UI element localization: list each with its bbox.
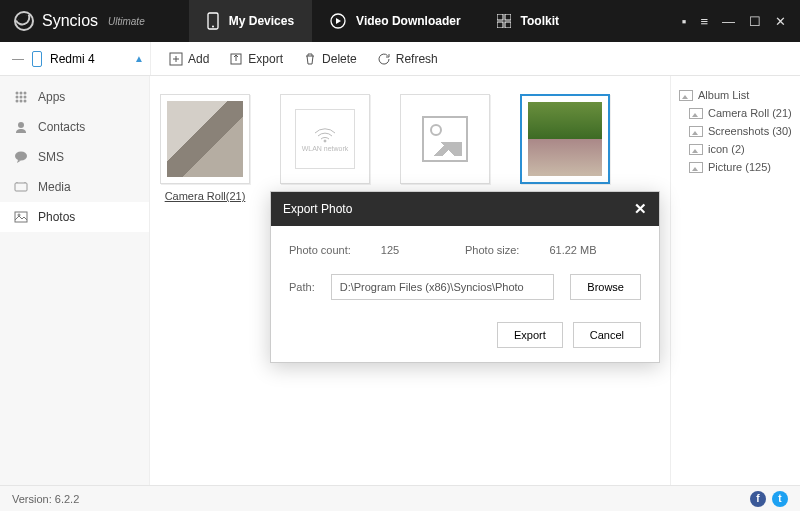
tab-toolkit[interactable]: Toolkit xyxy=(479,0,577,42)
svg-rect-20 xyxy=(15,183,27,191)
photo-size-label: Photo size: xyxy=(465,244,519,256)
svg-point-14 xyxy=(24,96,27,99)
sms-icon xyxy=(14,150,28,164)
path-input[interactable] xyxy=(331,274,555,300)
svg-point-17 xyxy=(24,100,27,103)
folder-icon xyxy=(679,90,693,101)
sidebar-label: Media xyxy=(38,180,71,194)
album-list-item[interactable]: Screenshots (30) xyxy=(687,122,794,140)
device-selector[interactable]: — Redmi 4 ▲ xyxy=(12,51,150,67)
dialog-title-bar[interactable]: Export Photo ✕ xyxy=(271,192,659,226)
cancel-button[interactable]: Cancel xyxy=(573,322,641,348)
window-controls: ▪ ≡ — ☐ ✕ xyxy=(682,14,800,29)
photo-size-value: 61.22 MB xyxy=(549,244,596,256)
album-list-item[interactable]: Picture (125) xyxy=(687,158,794,176)
album-label: Camera Roll(21) xyxy=(165,190,246,202)
dialog-title: Export Photo xyxy=(283,202,352,216)
album-thumbnail xyxy=(160,94,250,184)
album-camera-roll[interactable]: Camera Roll(21) xyxy=(160,94,250,202)
toolbar-label: Refresh xyxy=(396,52,438,66)
album-list-pane: Album List Camera Roll (21) Screenshots … xyxy=(670,76,800,485)
image-icon xyxy=(689,126,703,137)
message-icon[interactable]: ▪ xyxy=(682,14,687,29)
image-icon xyxy=(689,144,703,155)
sidebar-item-sms[interactable]: SMS xyxy=(0,142,149,172)
svg-point-13 xyxy=(20,96,23,99)
app-edition: Ultimate xyxy=(108,16,145,27)
sidebar-label: Contacts xyxy=(38,120,85,134)
export-button[interactable]: Export xyxy=(221,48,291,70)
album-list-item[interactable]: icon (2) xyxy=(687,140,794,158)
photo-count-label: Photo count: xyxy=(289,244,351,256)
apps-icon xyxy=(14,90,28,104)
album-list-item[interactable]: Camera Roll (21) xyxy=(687,104,794,122)
svg-rect-5 xyxy=(497,22,503,28)
device-bar: — Redmi 4 ▲ Add Export Delete Refresh xyxy=(0,42,800,76)
dialog-body: Photo count:125 Photo size:61.22 MB Path… xyxy=(271,226,659,362)
play-icon xyxy=(330,13,346,29)
svg-rect-6 xyxy=(505,22,511,28)
minimize-icon[interactable]: — xyxy=(722,14,735,29)
app-logo-area: Syncios Ultimate xyxy=(0,11,159,31)
toolbar-label: Add xyxy=(188,52,209,66)
album-thumbnail xyxy=(400,94,490,184)
browse-button[interactable]: Browse xyxy=(570,274,641,300)
device-phone-icon xyxy=(32,51,42,67)
image-icon xyxy=(689,162,703,173)
phone-icon xyxy=(207,12,219,30)
refresh-button[interactable]: Refresh xyxy=(369,48,446,70)
main-area: Apps Contacts SMS Media Photos Camera Ro… xyxy=(0,76,800,485)
svg-point-18 xyxy=(18,122,24,128)
app-name: Syncios xyxy=(42,12,98,30)
twitter-icon[interactable]: t xyxy=(772,491,788,507)
svg-point-1 xyxy=(212,26,214,28)
media-icon xyxy=(14,180,28,194)
syncios-logo-icon xyxy=(14,11,34,31)
export-confirm-button[interactable]: Export xyxy=(497,322,563,348)
close-icon[interactable]: ✕ xyxy=(775,14,786,29)
menu-icon[interactable]: ≡ xyxy=(700,14,708,29)
tab-video-downloader[interactable]: Video Downloader xyxy=(312,0,478,42)
sidebar-item-apps[interactable]: Apps xyxy=(0,82,149,112)
svg-point-12 xyxy=(16,96,19,99)
export-icon xyxy=(229,52,243,66)
album-thumbnail xyxy=(520,94,610,184)
title-bar: Syncios Ultimate My Devices Video Downlo… xyxy=(0,0,800,42)
tab-label: Video Downloader xyxy=(356,14,460,28)
contacts-icon xyxy=(14,120,28,134)
tab-label: My Devices xyxy=(229,14,294,28)
sidebar-label: SMS xyxy=(38,150,64,164)
svg-rect-4 xyxy=(505,14,511,20)
tab-my-devices[interactable]: My Devices xyxy=(189,0,312,42)
svg-point-9 xyxy=(16,92,19,95)
dialog-close-icon[interactable]: ✕ xyxy=(634,200,647,218)
album-thumbnail: WLAN network xyxy=(280,94,370,184)
photos-icon xyxy=(14,210,28,224)
sidebar-item-media[interactable]: Media xyxy=(0,172,149,202)
album-screenshots[interactable]: WLAN network Screenshots(30) xyxy=(280,94,370,202)
album-icon[interactable]: icon(2) xyxy=(400,94,490,202)
add-icon xyxy=(169,52,183,66)
chevron-up-icon: ▲ xyxy=(134,53,144,64)
sidebar-item-contacts[interactable]: Contacts xyxy=(0,112,149,142)
sidebar-label: Apps xyxy=(38,90,65,104)
sidebar-item-photos[interactable]: Photos xyxy=(0,202,149,232)
main-tabs: My Devices Video Downloader Toolkit xyxy=(189,0,577,42)
social-links: f t xyxy=(750,491,788,507)
svg-point-10 xyxy=(20,92,23,95)
add-button[interactable]: Add xyxy=(161,48,217,70)
album-list-title[interactable]: Album List xyxy=(677,86,794,104)
facebook-icon[interactable]: f xyxy=(750,491,766,507)
version-label: Version: 6.2.2 xyxy=(12,493,79,505)
image-icon xyxy=(689,108,703,119)
svg-point-19 xyxy=(15,152,27,161)
album-picture[interactable]: Picture(125) xyxy=(520,94,610,202)
svg-point-11 xyxy=(24,92,27,95)
toolbar-label: Delete xyxy=(322,52,357,66)
export-photo-dialog: Export Photo ✕ Photo count:125 Photo siz… xyxy=(270,191,660,363)
tab-label: Toolkit xyxy=(521,14,559,28)
maximize-icon[interactable]: ☐ xyxy=(749,14,761,29)
photo-count-value: 125 xyxy=(381,244,399,256)
delete-button[interactable]: Delete xyxy=(295,48,365,70)
refresh-icon xyxy=(377,52,391,66)
